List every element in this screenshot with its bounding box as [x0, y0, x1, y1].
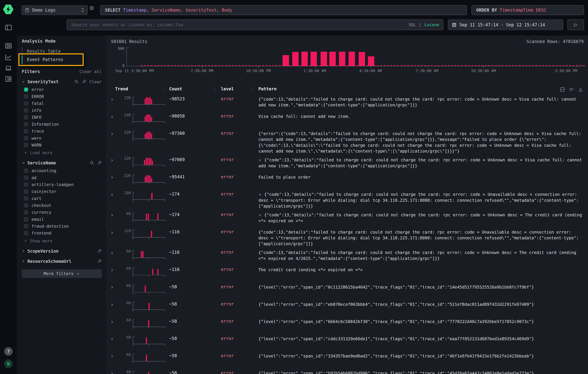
filter-option-ERROR[interactable]: ERROR [22, 94, 102, 99]
row-expander-icon[interactable]: › [110, 131, 120, 154]
row-expander-icon[interactable]: › [110, 335, 120, 350]
tab-event-patterns[interactable]: Event Patterns [22, 56, 102, 64]
show-more-link[interactable]: Show more [22, 239, 102, 243]
row-expander-icon[interactable]: › [110, 96, 120, 111]
pin-icon[interactable] [97, 161, 102, 165]
user-avatar[interactable]: U [4, 359, 13, 368]
col-trend[interactable]: Trend [115, 86, 128, 91]
dismiss-x-icon[interactable]: × [258, 192, 262, 197]
code-view-icon[interactable] [560, 87, 565, 92]
pattern-row[interactable]: ›60~58error{"level":"error","span_id":"b… [107, 367, 588, 374]
column-menu-icon[interactable]: ⋮ [161, 86, 165, 91]
filter-option-warn[interactable]: warn [22, 136, 102, 141]
checkbox[interactable] [24, 94, 28, 99]
checkbox[interactable] [24, 190, 28, 194]
servicename-header[interactable]: ServiceName [22, 160, 102, 165]
pattern-row[interactable]: ›60~58error{"level":"error","span_id":"0… [107, 281, 588, 298]
pattern-row[interactable]: ›120~116error{"code":13,"details":"faile… [107, 226, 588, 247]
pattern-row[interactable]: ›60~58error{"level":"error","span_id":"3… [107, 350, 588, 367]
checkbox[interactable] [24, 176, 28, 180]
clear-all-link[interactable]: Clear all [79, 69, 102, 74]
dashboards-icon[interactable] [5, 75, 12, 82]
mode-lucene[interactable]: Lucene [424, 22, 439, 27]
checkbox[interactable] [24, 122, 28, 126]
checkbox[interactable] [24, 231, 28, 235]
row-expander-icon[interactable]: › [110, 318, 120, 333]
pattern-row[interactable]: ›24K~98058errorVisa cache full: cannot a… [107, 111, 588, 128]
filter-option-cainjector[interactable]: cainjector [22, 189, 102, 194]
checkbox[interactable] [24, 108, 28, 112]
row-expander-icon[interactable]: › [110, 212, 120, 226]
row-expander-icon[interactable]: › [110, 284, 120, 298]
filter-option-email[interactable]: email [22, 217, 102, 222]
filter-option-Information[interactable]: Information [22, 122, 102, 127]
pin-icon[interactable] [97, 249, 102, 253]
filter-option-fatal[interactable]: fatal [22, 101, 102, 106]
row-expander-icon[interactable]: › [110, 174, 120, 189]
pattern-row[interactable]: ›60~174error×{"code":13,"details":"faile… [107, 209, 588, 226]
filter-option-cart[interactable]: cart [22, 196, 102, 201]
gear-icon[interactable]: ⚙ [89, 5, 94, 11]
checkbox[interactable]: ✓ [24, 88, 28, 92]
help-button[interactable]: ? [4, 347, 13, 356]
resourceschemaurl-header[interactable]: ResourceSchemaUrl [22, 259, 102, 264]
pattern-row[interactable]: ›22K~95441errorFailed to place order [107, 171, 588, 189]
severitytext-clear-link[interactable]: Clear [89, 79, 102, 84]
source-select[interactable]: Demo Logs [21, 5, 88, 15]
checkbox[interactable] [24, 101, 28, 106]
hyperdx-logo-icon[interactable] [3, 4, 13, 15]
filter-option-INFO[interactable]: INFO [22, 115, 102, 120]
checkbox[interactable] [24, 143, 28, 147]
order-by-input[interactable]: ORDER BY TimestampTime DESC [472, 5, 584, 15]
pin-icon[interactable] [97, 259, 102, 263]
filter-option-checkout[interactable]: checkout [22, 203, 102, 208]
scopeversion-header[interactable]: ScopeVersion [22, 249, 102, 253]
pattern-row[interactable]: ›60~116error{"code":13,"details":"failed… [107, 247, 588, 264]
row-expander-icon[interactable]: › [110, 370, 120, 374]
checkbox[interactable] [24, 136, 28, 140]
more-filters-button[interactable]: More filters [22, 269, 102, 278]
checkbox[interactable] [24, 182, 28, 187]
severitytext-header[interactable]: SeverityText Clear [22, 79, 102, 84]
checkbox[interactable] [24, 224, 28, 228]
pattern-row[interactable]: ›22K~97360error{"error":{"code":13,"deta… [107, 128, 588, 154]
filter-option-accounting[interactable]: accounting [22, 168, 102, 173]
sql-select-input[interactable]: SELECT Timestamp, ServiceName, SeverityT… [100, 5, 467, 15]
results-histogram[interactable]: 80K 0 Sep 11 3:30:00 PM7:30:00 PM10:30:0… [126, 48, 585, 66]
pattern-row[interactable]: ›60~116errorThe credit card (ending <*> … [107, 264, 588, 281]
row-expander-icon[interactable]: › [110, 113, 120, 128]
row-expander-icon[interactable]: › [110, 229, 120, 247]
row-expander-icon[interactable]: › [110, 249, 120, 264]
wrap-lines-icon[interactable] [569, 87, 574, 92]
pattern-row[interactable]: ›60~58error{"level":"error","span_id":"e… [107, 298, 588, 316]
search-input[interactable] [71, 22, 405, 28]
laptop-sessions-icon[interactable] [5, 64, 12, 72]
filter-option-info[interactable]: info [22, 108, 102, 113]
row-expander-icon[interactable]: › [110, 191, 120, 209]
row-expander-icon[interactable]: › [110, 301, 120, 316]
pin-icon[interactable] [82, 80, 86, 84]
pattern-row[interactable]: ›180~174error×{"code":13,"details":"fail… [107, 189, 588, 209]
filter-option-WARN[interactable]: WARN [22, 143, 102, 147]
column-menu-icon[interactable]: ⋮ [251, 86, 255, 91]
mode-sql[interactable]: SQL [409, 22, 416, 27]
col-count[interactable]: Count [169, 86, 182, 91]
row-expander-icon[interactable]: › [110, 267, 120, 281]
pattern-row[interactable]: ›60~58error{"level":"error","span_id":"c… [107, 333, 588, 350]
tab-results-table[interactable]: Results Table [22, 47, 102, 56]
checkbox[interactable] [24, 196, 28, 201]
filter-option-frontend[interactable]: frontend [22, 231, 102, 235]
col-pattern[interactable]: Pattern [258, 86, 277, 91]
results-histogram-plot[interactable]: Sep 11 3:30:00 PM7:30:00 PM10:30:00 PM1:… [127, 48, 585, 66]
checkbox[interactable] [24, 115, 28, 119]
sidebar-toggle-icon[interactable] [5, 24, 12, 31]
checkbox[interactable] [24, 217, 28, 221]
pattern-row[interactable]: ›22K~97069error×{"code":13,"details":"fa… [107, 154, 588, 171]
time-range-picker[interactable]: Sep 11 15:47:14 - Sep 12 15:47:14 [448, 20, 563, 30]
search-logs-icon[interactable] [5, 42, 12, 50]
search-icon[interactable] [74, 80, 79, 84]
search-bar[interactable]: SQL | Lucene [67, 20, 443, 30]
run-query-button[interactable]: ▷ [567, 20, 584, 30]
checkbox[interactable] [24, 210, 28, 214]
filter-option-trace[interactable]: trace [22, 129, 102, 133]
